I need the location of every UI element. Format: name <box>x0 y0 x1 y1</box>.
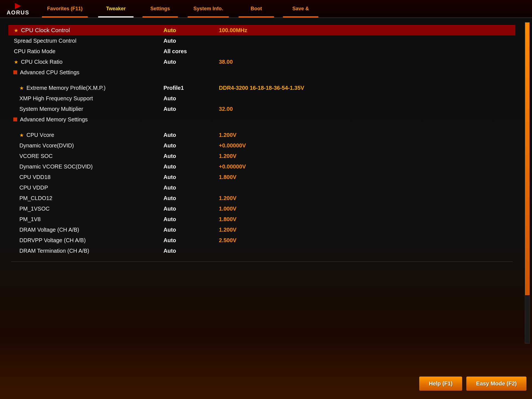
logo-icon: ▶ <box>7 2 29 9</box>
pm-cldo12-value: Auto <box>163 195 219 201</box>
star-icon-cpu-ratio: ★ <box>14 59 18 65</box>
logo-text: AORUS <box>7 9 29 16</box>
content-area: ★ CPU Clock Control Auto 100.00MHz Sprea… <box>6 21 518 341</box>
row-advanced-mem[interactable]: Advanced Memory Settings <box>11 114 513 125</box>
spacer-1 <box>11 78 513 83</box>
cpu-clock-ratio-extra: 38.00 <box>219 59 513 65</box>
nav-settings-underline <box>142 16 178 17</box>
sys-mem-mult-extra: 32.00 <box>219 106 513 112</box>
row-sys-mem-mult[interactable]: System Memory Multiplier Auto 32.00 <box>11 104 513 114</box>
settings-table: ★ CPU Clock Control Auto 100.00MHz Sprea… <box>11 25 513 256</box>
top-navigation: ▶ AORUS Favorites (F11) Tweaker Settings… <box>0 0 532 18</box>
content-divider <box>11 262 513 262</box>
dynamic-vcore-name: Dynamic Vcore(DVID) <box>11 142 163 149</box>
vcore-soc-name: VCORE SOC <box>11 153 163 159</box>
row-cpu-vddp[interactable]: CPU VDDP Auto <box>11 182 513 193</box>
row-dynamic-vcore-soc[interactable]: Dynamic VCORE SOC(DVID) Auto +0.00000V <box>11 161 513 172</box>
pm-1v8-value: Auto <box>163 216 219 222</box>
dynamic-vcore-soc-extra: +0.00000V <box>219 163 513 170</box>
cpu-vdd18-extra: 1.800V <box>219 174 513 180</box>
row-advanced-cpu[interactable]: Advanced CPU Settings <box>11 67 513 78</box>
cpu-ratio-mode-value: All cores <box>163 48 219 55</box>
row-cpu-ratio-mode[interactable]: CPU Ratio Mode All cores <box>11 46 513 57</box>
spread-spectrum-name: Spread Spectrum Control <box>11 38 163 44</box>
pm-1vsoc-value: Auto <box>163 206 219 212</box>
section-dot-cpu <box>13 70 17 74</box>
dynamic-vcore-soc-name: Dynamic VCORE SOC(DVID) <box>11 163 163 170</box>
cpu-vddp-name: CPU VDDP <box>11 185 163 191</box>
dram-voltage-extra: 1.200V <box>219 227 513 233</box>
xmp-extra: DDR4-3200 16-18-18-36-54-1.35V <box>219 85 513 91</box>
pm-cldo12-name: PM_CLDO12 <box>11 195 163 201</box>
nav-favorites-label: Favorites (F11) <box>47 6 83 12</box>
row-pm-1v8[interactable]: PM_1V8 Auto 1.800V <box>11 214 513 224</box>
nav-save-underline <box>283 16 318 17</box>
nav-boot[interactable]: Boot <box>234 0 278 17</box>
cpu-vcore-value: Auto <box>163 132 219 138</box>
easy-mode-button[interactable]: Easy Mode (F2) <box>466 377 526 391</box>
vcore-soc-extra: 1.200V <box>219 153 513 159</box>
row-xmp-freq[interactable]: XMP High Frequency Support Auto <box>11 93 513 104</box>
xmp-value: Profile1 <box>163 85 219 91</box>
scrollbar-track[interactable] <box>525 22 530 344</box>
row-dram-term[interactable]: DRAM Termination (CH A/B) Auto <box>11 245 513 256</box>
help-button[interactable]: Help (F1) <box>419 377 462 391</box>
row-cpu-clock-ratio[interactable]: ★ CPU Clock Ratio Auto 38.00 <box>11 57 513 67</box>
cpu-vdd18-name: CPU VDD18 <box>11 174 163 180</box>
star-icon-vcore: ★ <box>19 132 24 138</box>
spacer-2 <box>11 125 513 130</box>
advanced-cpu-name: Advanced CPU Settings <box>11 69 163 76</box>
row-ddrvpp[interactable]: DDRVPP Voltage (CH A/B) Auto 2.500V <box>11 235 513 245</box>
scrollbar-thumb[interactable] <box>525 22 530 295</box>
dynamic-vcore-soc-value: Auto <box>163 163 219 170</box>
nav-settings[interactable]: Settings <box>138 0 182 17</box>
xmp-freq-name: XMP High Frequency Support <box>11 95 163 102</box>
advanced-mem-name: Advanced Memory Settings <box>11 116 163 123</box>
dynamic-vcore-extra: +0.00000V <box>219 142 513 149</box>
row-dram-voltage[interactable]: DRAM Voltage (CH A/B) Auto 1.200V <box>11 224 513 235</box>
xmp-freq-value: Auto <box>163 95 219 102</box>
cpu-clock-ratio-value: Auto <box>163 59 219 65</box>
cpu-vcore-name: ★ CPU Vcore <box>11 132 163 138</box>
nav-tweaker-label: Tweaker <box>106 6 126 12</box>
ddrvpp-name: DDRVPP Voltage (CH A/B) <box>11 237 163 244</box>
cpu-vdd18-value: Auto <box>163 174 219 180</box>
nav-settings-label: Settings <box>150 6 170 12</box>
cpu-vcore-extra: 1.200V <box>219 132 513 138</box>
nav-system-info-underline <box>188 16 229 17</box>
row-vcore-soc[interactable]: VCORE SOC Auto 1.200V <box>11 151 513 161</box>
pm-cldo12-extra: 1.200V <box>219 195 513 201</box>
row-cpu-clock-control[interactable]: ★ CPU Clock Control Auto 100.00MHz <box>8 25 515 35</box>
ddrvpp-value: Auto <box>163 237 219 244</box>
sys-mem-mult-value: Auto <box>163 106 219 112</box>
nav-tweaker-underline <box>98 16 134 17</box>
cpu-clock-control-name: ★ CPU Clock Control <box>11 27 163 34</box>
row-cpu-vdd18[interactable]: CPU VDD18 Auto 1.800V <box>11 172 513 182</box>
row-dynamic-vcore[interactable]: Dynamic Vcore(DVID) Auto +0.00000V <box>11 140 513 151</box>
nav-tweaker[interactable]: Tweaker <box>94 0 138 17</box>
nav-favorites[interactable]: Favorites (F11) <box>36 0 94 17</box>
dram-voltage-value: Auto <box>163 227 219 233</box>
nav-system-info[interactable]: System Info. <box>182 0 234 17</box>
pm-1vsoc-name: PM_1VSOC <box>11 206 163 212</box>
nav-save[interactable]: Save & <box>278 0 323 17</box>
section-dot-mem <box>13 117 17 121</box>
star-icon-xmp: ★ <box>19 85 24 91</box>
cpu-clock-control-value: Auto <box>163 27 219 34</box>
bottom-bar: Help (F1) Easy Mode (F2) <box>419 377 526 391</box>
pm-1v8-extra: 1.800V <box>219 216 513 222</box>
row-cpu-vcore[interactable]: ★ CPU Vcore Auto 1.200V <box>11 130 513 140</box>
row-pm-1vsoc[interactable]: PM_1VSOC Auto 1.000V <box>11 203 513 214</box>
star-icon-cpu-clock: ★ <box>14 28 18 33</box>
cpu-vddp-value: Auto <box>163 185 219 191</box>
row-pm-cldo12[interactable]: PM_CLDO12 Auto 1.200V <box>11 193 513 203</box>
cpu-ratio-mode-name: CPU Ratio Mode <box>11 48 163 55</box>
row-spread-spectrum[interactable]: Spread Spectrum Control Auto <box>11 35 513 46</box>
nav-save-label: Save & <box>292 6 309 12</box>
spread-spectrum-value: Auto <box>163 38 219 44</box>
row-xmp[interactable]: ★ Extreme Memory Profile(X.M.P.) Profile… <box>11 83 513 93</box>
nav-boot-underline <box>239 16 274 17</box>
cpu-clock-ratio-name: ★ CPU Clock Ratio <box>11 59 163 65</box>
cpu-clock-control-extra: 100.00MHz <box>219 27 513 34</box>
ddrvpp-extra: 2.500V <box>219 237 513 244</box>
